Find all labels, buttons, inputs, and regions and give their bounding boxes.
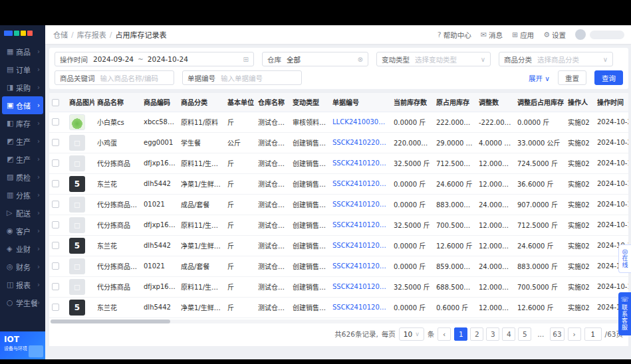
logo-square-blue — [4, 31, 13, 36]
sidebar-item[interactable]: ◧ 库存 › — [2, 114, 43, 132]
product-image[interactable] — [69, 135, 85, 151]
row-checkbox[interactable] — [52, 180, 59, 187]
product-image[interactable] — [69, 197, 85, 213]
user-avatar[interactable] — [575, 29, 586, 40]
sidebar-item[interactable]: ◩ 生产 › — [2, 132, 43, 150]
sidebar-item[interactable]: ◨ 采购 › — [2, 78, 43, 96]
table-row[interactable]: 小鸡蛋 egg0001 学生餐 公斤 测试仓库5 创建销售出库 SSCK2410… — [49, 132, 628, 153]
doc-no-link[interactable]: SSCK24101200003 — [330, 215, 391, 235]
product-image[interactable]: 5 — [69, 238, 85, 254]
keyword-label: 商品关键词 — [60, 73, 95, 83]
sidebar-item[interactable]: ▦ 商品 › — [2, 43, 43, 60]
per-page-select[interactable]: 10 ∨ — [399, 327, 424, 341]
sidebar-item[interactable]: ◩ 生产 › — [2, 150, 43, 168]
cell-product-name: 代分拣商品 — [94, 215, 141, 235]
page-number-button[interactable]: 63 — [550, 327, 564, 341]
doc-no-link[interactable]: LLCK24100300001 — [330, 112, 391, 132]
sidebar-item[interactable]: ◈ 业财 › — [2, 240, 43, 258]
row-checkbox[interactable] — [52, 242, 59, 249]
prev-page-button[interactable]: ‹ — [438, 327, 451, 341]
iot-widget[interactable]: IOT 设备与环境 — [0, 331, 45, 359]
doc-no-link[interactable]: SSCK24102200001 — [330, 132, 391, 153]
topbar-action[interactable]: ⚙ 设置 — [543, 30, 566, 40]
contact-service-tab[interactable]: ☏ 联系客服 — [618, 292, 631, 335]
row-checkbox[interactable] — [52, 221, 59, 228]
keyword-input[interactable]: 商品关键词 输入商品名称/编码 — [55, 70, 174, 85]
cell-current-stock: 220.0000 公斤 — [391, 132, 434, 153]
sidebar-item-label: 商品 — [16, 46, 37, 57]
page-number-button[interactable]: 2 — [470, 327, 483, 341]
cell-prev-occupied-stock: 859.0000 斤 — [434, 256, 476, 276]
page-number-button[interactable]: 1 — [454, 327, 467, 341]
topbar-action[interactable]: ⊞ 应用 — [512, 30, 534, 40]
product-image[interactable] — [69, 279, 85, 295]
table-row[interactable]: 代分拣商品 dfjxp1607 原料11/生鲜类 斤 测试仓库5 创建销售出库 … — [49, 215, 628, 235]
table-row[interactable]: 代分拣商品 dfjxp1607 原料11/生鲜类 斤 测试仓库5 创建销售出库 … — [49, 276, 628, 297]
cell-change-type: 创建销售出库 — [290, 256, 330, 276]
product-image[interactable] — [69, 114, 85, 130]
cell-change-type: 创建销售出库 — [290, 297, 330, 318]
sidebar-item[interactable]: ▷ 配送 › — [2, 204, 43, 222]
docno-input[interactable]: 单据编号 输入单据编号 — [182, 70, 302, 85]
table-row[interactable]: 小白菜cs xbcc5869 原料11/原料 斤 测试仓库5 审核领料出库 LL… — [49, 112, 628, 132]
cell-warehouse-name: 测试仓库5 — [255, 297, 290, 318]
topbar-action[interactable]: ? 帮助中心 — [438, 30, 471, 40]
expand-toggle[interactable]: 展开 ∨ — [529, 73, 550, 83]
table-row[interactable]: 5 东兰花 dlh5442 净菜1/生鲜shu菜类... 斤 测试仓库5 创建销… — [49, 235, 628, 256]
row-checkbox[interactable] — [52, 283, 59, 290]
row-checkbox[interactable] — [52, 139, 59, 146]
sidebar-item[interactable]: ▣ 仓储 › — [2, 96, 43, 114]
doc-no-link[interactable]: SSCK24101200003 — [330, 194, 391, 215]
page-number-button[interactable]: 5 — [518, 327, 531, 341]
product-image[interactable]: 5 — [69, 176, 85, 192]
select-all-header[interactable] — [49, 93, 66, 112]
sidebar-item[interactable]: ○ 学生餐 › — [2, 294, 43, 312]
row-checkbox[interactable] — [52, 304, 59, 311]
row-checkbox[interactable] — [52, 159, 59, 167]
query-button[interactable]: 查询 — [594, 70, 623, 85]
sidebar-item[interactable]: ◎ 财务 › — [2, 258, 43, 276]
page-jump-input[interactable] — [584, 327, 602, 341]
category-select[interactable]: 商品分类 选择商品分类 ∨ — [499, 52, 613, 66]
row-checkbox[interactable] — [52, 262, 59, 270]
page-number-button[interactable]: ... — [534, 327, 547, 341]
table-row[interactable]: 5 东兰花 dlh5442 净菜1/生鲜shu菜类... 斤 测试仓库5 创建销… — [49, 173, 628, 194]
sidebar-item[interactable]: ◫ 报表 › — [2, 276, 43, 294]
table-row[interactable]: 代分拣商品-单位换算 01021 成品/套餐 斤 测试仓库5 创建销售出库 SS… — [49, 194, 628, 215]
page-number-button[interactable]: 3 — [486, 327, 499, 341]
product-image[interactable] — [69, 217, 85, 233]
select-all-checkbox[interactable] — [52, 99, 59, 106]
doc-no-link[interactable]: SSCK24101200001 — [330, 297, 391, 318]
table-row[interactable]: 代分拣商品-单位换算 01021 成品/套餐 斤 测试仓库5 创建销售出库 SS… — [49, 256, 628, 276]
product-image[interactable] — [69, 155, 85, 171]
date-range-picker[interactable]: 操作时间 2024-09-24 ~ 2024-10-24 ⊞ — [55, 52, 254, 66]
sidebar-item-label: 配送 — [16, 208, 37, 219]
breadcrumb-inventory-report[interactable]: 库存报表 — [77, 29, 106, 40]
sidebar-item-icon: ◉ — [7, 227, 16, 235]
row-checkbox[interactable] — [52, 118, 59, 126]
page-number-button[interactable]: 4 — [502, 327, 515, 341]
horizontal-scrollbar-thumb[interactable] — [51, 319, 170, 323]
table-row[interactable]: 代分拣商品 dfjxp1607 原料11/生鲜类 斤 测试仓库5 创建销售出库 … — [49, 153, 628, 173]
online-tab[interactable]: ◎ 在线 — [618, 244, 631, 273]
row-checkbox[interactable] — [52, 201, 59, 208]
sidebar-item[interactable]: ▥ 分拣 › — [2, 186, 43, 204]
topbar-action[interactable]: ✉ 消息 — [481, 30, 503, 40]
doc-no-link[interactable]: SSCK24101200002 — [330, 256, 391, 276]
product-image[interactable] — [69, 258, 85, 274]
doc-no-link[interactable]: SSCK24101200004 — [330, 153, 391, 173]
sidebar-item[interactable]: ▤ 订单 › — [2, 60, 43, 78]
product-image[interactable]: 5 — [69, 300, 85, 316]
sidebar-item[interactable]: ▨ 质检 › — [2, 168, 43, 186]
doc-no-link[interactable]: SSCK24101200002 — [330, 276, 391, 297]
sidebar-item[interactable]: ◉ 客户 › — [2, 222, 43, 240]
change-type-select[interactable]: 变动类型 选择变动类型 ∨ — [376, 52, 491, 66]
doc-no-link[interactable]: SSCK24101200002 — [330, 235, 391, 256]
breadcrumb-warehouse[interactable]: 仓储 — [53, 29, 68, 40]
table-row[interactable]: 5 东兰花 dlh5442 净菜1/生鲜shu菜类... 斤 测试仓库5 创建销… — [49, 297, 628, 318]
doc-no-link[interactable]: SSCK24101200003 — [330, 173, 391, 194]
warehouse-select[interactable]: 仓库 全部 ⊗ — [262, 52, 368, 66]
next-page-button[interactable]: › — [568, 327, 581, 341]
clear-icon[interactable]: ⊗ — [354, 56, 363, 63]
reset-button[interactable]: 重置 — [558, 70, 586, 85]
